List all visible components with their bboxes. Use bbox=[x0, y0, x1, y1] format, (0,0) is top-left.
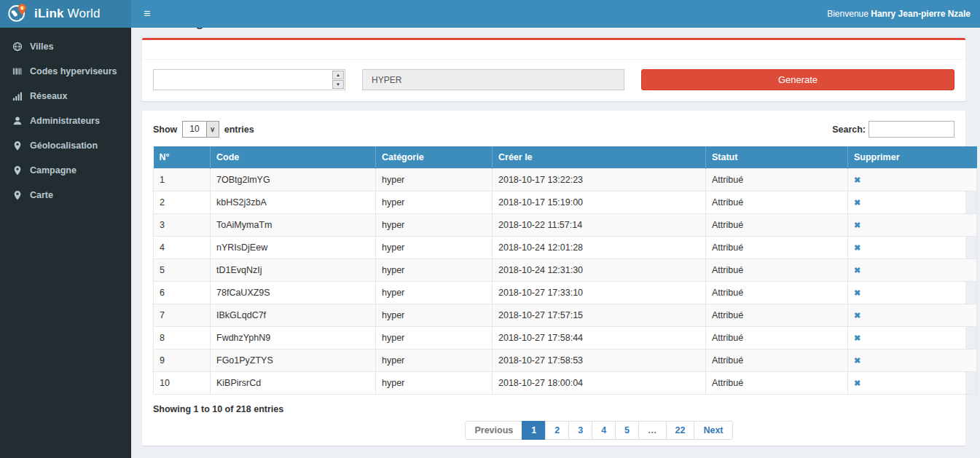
column-header[interactable]: Catégorie bbox=[376, 146, 493, 169]
search-label: Search: bbox=[832, 125, 866, 135]
cell-status: Attribué bbox=[706, 282, 848, 304]
cell-created: 2018-10-17 15:19:00 bbox=[493, 192, 706, 214]
main-content: Codes générés ▲▼ Generate Show 10 ∨ entr… bbox=[131, 0, 980, 446]
cell-n: 10 bbox=[154, 372, 211, 395]
quantity-field[interactable] bbox=[154, 70, 332, 90]
table-row: 8FwdhzYphN9hyper2018-10-27 17:58:44Attri… bbox=[154, 327, 977, 350]
cell-delete: ✖ bbox=[848, 327, 977, 350]
chevron-down-icon: ∨ bbox=[206, 122, 219, 137]
delete-icon[interactable]: ✖ bbox=[854, 288, 861, 297]
page-link[interactable]: 5 bbox=[615, 421, 639, 440]
cell-category: hyper bbox=[376, 259, 493, 282]
page-link[interactable]: 4 bbox=[592, 421, 616, 440]
cell-code: nYRIsDjEew bbox=[211, 237, 376, 259]
cell-category: hyper bbox=[376, 372, 493, 395]
search-input[interactable] bbox=[869, 121, 954, 138]
page-length-select[interactable]: 10 ∨ bbox=[182, 121, 219, 138]
column-header[interactable]: N° bbox=[154, 146, 211, 169]
column-header[interactable]: Statut bbox=[706, 146, 848, 169]
page-link[interactable]: 2 bbox=[545, 421, 569, 440]
sidebar: VillesCodes hyperviseursRéseauxAdministr… bbox=[0, 28, 131, 458]
barcode-icon bbox=[12, 66, 23, 76]
cell-n: 7 bbox=[154, 304, 211, 327]
page-link[interactable]: 1 bbox=[522, 421, 546, 440]
table-row: 17OBtg2lmYGhyper2018-10-17 13:22:23Attri… bbox=[154, 169, 977, 192]
quantity-input[interactable]: ▲▼ bbox=[153, 69, 345, 90]
cell-delete: ✖ bbox=[848, 259, 977, 282]
welcome-text: Bienvenue Hanry Jean-pierre Nzale bbox=[827, 9, 980, 19]
cell-code: kbHS2j3zbA bbox=[211, 192, 376, 214]
cell-code: FwdhzYphN9 bbox=[211, 327, 376, 350]
cell-created: 2018-10-27 17:33:10 bbox=[493, 282, 706, 304]
cell-created: 2018-10-27 18:00:04 bbox=[493, 372, 706, 395]
page-button-…: … bbox=[639, 421, 667, 440]
delete-icon[interactable]: ✖ bbox=[854, 266, 861, 275]
cell-status: Attribué bbox=[706, 192, 848, 214]
table-row: 678fCaUXZ9Shyper2018-10-27 17:33:10Attri… bbox=[154, 282, 977, 304]
brand[interactable]: $ iLink World bbox=[0, 0, 131, 28]
delete-icon[interactable]: ✖ bbox=[854, 175, 861, 184]
cell-status: Attribué bbox=[706, 169, 848, 192]
cell-code: 78fCaUXZ9S bbox=[211, 282, 376, 304]
cell-n: 9 bbox=[154, 350, 211, 372]
sidebar-item-codes-hyperviseurs[interactable]: Codes hyperviseurs bbox=[0, 59, 131, 84]
cell-category: hyper bbox=[376, 282, 493, 304]
sidebar-item-carte[interactable]: Carte bbox=[0, 183, 131, 208]
page-button-3: 3 bbox=[569, 421, 592, 440]
cell-n: 1 bbox=[154, 169, 211, 192]
cell-category: hyper bbox=[376, 304, 493, 327]
cell-code: IBkGLqdC7f bbox=[211, 304, 376, 327]
page-link[interactable]: 3 bbox=[568, 421, 592, 440]
cell-n: 5 bbox=[154, 259, 211, 282]
cell-code: tD1EvqNzIj bbox=[211, 259, 376, 282]
delete-icon[interactable]: ✖ bbox=[854, 221, 861, 229]
logo-icon: $ bbox=[7, 2, 28, 26]
page-button-22: 22 bbox=[667, 421, 695, 440]
sidebar-item-r-seaux[interactable]: Réseaux bbox=[0, 84, 131, 108]
table-row: 10KiBPirsrCdhyper2018-10-27 18:00:04Attr… bbox=[154, 372, 977, 395]
cell-category: hyper bbox=[376, 327, 493, 350]
cell-category: hyper bbox=[376, 350, 493, 372]
generator-panel-header bbox=[142, 40, 965, 60]
spinner-up-icon[interactable]: ▲ bbox=[332, 71, 344, 79]
cell-status: Attribué bbox=[706, 350, 848, 372]
generate-button[interactable]: Generate bbox=[641, 69, 954, 90]
delete-icon[interactable]: ✖ bbox=[854, 243, 861, 252]
page-link[interactable]: 22 bbox=[666, 421, 695, 440]
cell-delete: ✖ bbox=[848, 192, 977, 214]
delete-icon[interactable]: ✖ bbox=[854, 311, 861, 320]
cell-code: 7OBtg2lmYG bbox=[211, 169, 376, 192]
sidebar-item-villes[interactable]: Villes bbox=[0, 34, 131, 59]
cell-status: Attribué bbox=[706, 372, 848, 395]
cell-created: 2018-10-24 12:01:28 bbox=[493, 237, 706, 259]
top-navbar: $ iLink World ≡ Bienvenue Hanry Jean-pie… bbox=[0, 0, 980, 28]
cell-n: 3 bbox=[154, 214, 211, 237]
cell-n: 6 bbox=[154, 282, 211, 304]
delete-icon[interactable]: ✖ bbox=[854, 333, 861, 342]
cell-status: Attribué bbox=[706, 304, 848, 327]
cell-created: 2018-10-22 11:57:14 bbox=[493, 214, 706, 237]
delete-icon[interactable]: ✖ bbox=[854, 379, 861, 387]
sidebar-item-campagne[interactable]: Campagne bbox=[0, 158, 131, 183]
column-header[interactable]: Supprimer bbox=[848, 146, 977, 169]
delete-icon[interactable]: ✖ bbox=[854, 356, 861, 365]
cell-category: hyper bbox=[376, 192, 493, 214]
sidebar-item-g-olocalisation[interactable]: Géolocalisation bbox=[0, 133, 131, 158]
spinner-down-icon[interactable]: ▼ bbox=[332, 80, 344, 89]
sidebar-item-administrateurs[interactable]: Administrateurs bbox=[0, 108, 131, 133]
cell-delete: ✖ bbox=[848, 304, 977, 327]
cell-delete: ✖ bbox=[848, 237, 977, 259]
column-header[interactable]: Créer le bbox=[493, 146, 706, 169]
sidebar-item-label: Administrateurs bbox=[30, 116, 100, 126]
sidebar-item-label: Réseaux bbox=[30, 91, 67, 101]
page-button-next: Next bbox=[694, 421, 732, 440]
page-link[interactable]: Next bbox=[694, 421, 732, 440]
table-info: Showing 1 to 10 of 218 entries bbox=[153, 404, 954, 414]
cell-created: 2018-10-27 17:57:15 bbox=[493, 304, 706, 327]
table-row: 7IBkGLqdC7fhyper2018-10-27 17:57:15Attri… bbox=[154, 304, 977, 327]
cell-status: Attribué bbox=[706, 327, 848, 350]
column-header[interactable]: Code bbox=[211, 146, 376, 169]
number-spinner[interactable]: ▲▼ bbox=[332, 70, 345, 90]
hamburger-menu-icon[interactable]: ≡ bbox=[131, 0, 162, 28]
delete-icon[interactable]: ✖ bbox=[854, 198, 861, 207]
